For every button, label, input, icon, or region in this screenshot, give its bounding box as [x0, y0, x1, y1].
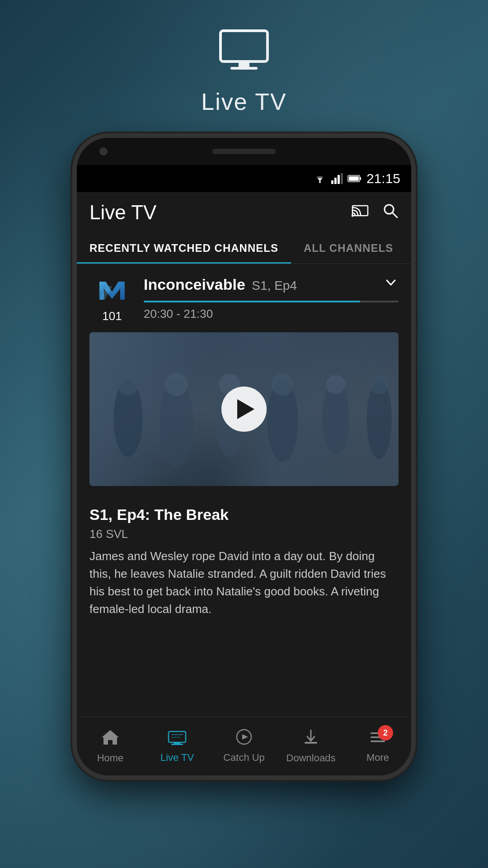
nav-label-catch-up: Catch Up — [223, 752, 265, 764]
app-bar-actions — [352, 203, 399, 223]
phone-speaker — [212, 149, 276, 154]
svg-point-24 — [326, 375, 346, 394]
episode-rating: 16 SVL — [89, 527, 399, 541]
channel-logo-area: 101 — [89, 275, 135, 323]
phone-camera — [99, 147, 108, 156]
svg-line-14 — [392, 212, 397, 217]
wifi-icon — [313, 173, 327, 184]
nav-item-live-tv[interactable]: Live TV — [144, 717, 211, 775]
svg-point-18 — [165, 373, 188, 396]
nav-item-more[interactable]: 2 More — [344, 717, 411, 775]
svg-rect-0 — [221, 31, 267, 61]
svg-point-26 — [370, 375, 389, 394]
app-header: Live TV — [0, 0, 488, 133]
live-tv-icon — [168, 729, 187, 749]
svg-rect-6 — [338, 175, 340, 184]
episode-title: S1, Ep4: The Break — [89, 506, 399, 524]
nav-label-live-tv: Live TV — [160, 752, 194, 764]
signal-icon — [331, 173, 343, 184]
thumbnail-container[interactable] — [89, 332, 399, 486]
thumbnail-image — [89, 332, 399, 486]
svg-rect-1 — [239, 61, 249, 68]
nav-label-downloads: Downloads — [286, 752, 336, 764]
progress-fill — [144, 301, 360, 302]
svg-point-16 — [117, 374, 139, 395]
tab-recently-watched[interactable]: RECENTLY WATCHED CHANNELS — [77, 233, 291, 264]
app-bar-title: Live TV — [89, 201, 156, 224]
expand-button[interactable] — [383, 275, 399, 294]
svg-rect-2 — [230, 67, 258, 70]
show-title: Inconceivable — [144, 276, 245, 293]
status-icons: 21:15 — [313, 171, 400, 186]
svg-rect-33 — [305, 742, 317, 744]
svg-point-12 — [352, 214, 354, 217]
channel-header: 101 Inconceivable S1, Ep4 — [89, 275, 399, 323]
play-icon — [237, 399, 254, 419]
show-time: 20:30 - 21:30 — [144, 307, 399, 321]
phone-top-bar — [77, 138, 411, 165]
svg-rect-5 — [334, 178, 337, 184]
bottom-nav: Home Live TV — [77, 717, 411, 775]
show-episode: S1, Ep4 — [252, 278, 297, 292]
nav-label-home: Home — [97, 752, 124, 764]
episode-description: James and Wesley rope David into a day o… — [89, 547, 399, 618]
more-badge-wrapper: 2 — [369, 729, 387, 749]
app-bar: Live TV — [77, 192, 411, 233]
svg-rect-7 — [341, 173, 343, 184]
nav-item-home[interactable]: Home — [77, 717, 144, 775]
show-title-wrapper: Inconceivable S1, Ep4 — [144, 276, 297, 293]
content-area: 101 Inconceivable S1, Ep4 — [77, 264, 411, 717]
svg-rect-4 — [331, 180, 333, 184]
svg-rect-30 — [171, 734, 183, 735]
screen: 21:15 Live TV — [77, 165, 411, 775]
tabs-container: RECENTLY WATCHED CHANNELS ALL CHANNELS — [77, 233, 411, 264]
nav-item-downloads[interactable]: Downloads — [277, 717, 344, 775]
battery-icon — [347, 175, 362, 183]
svg-rect-31 — [171, 737, 180, 738]
more-badge: 2 — [378, 725, 393, 741]
home-icon — [101, 728, 120, 750]
show-title-row: Inconceivable S1, Ep4 — [144, 275, 399, 294]
nav-label-more: More — [366, 752, 389, 764]
progress-bar — [144, 301, 399, 302]
catch-up-icon — [236, 729, 252, 749]
cast-button[interactable] — [352, 203, 369, 222]
search-button[interactable] — [382, 203, 399, 223]
channel-card: 101 Inconceivable S1, Ep4 — [77, 264, 411, 497]
svg-point-22 — [272, 373, 294, 396]
app-title: Live TV — [201, 88, 286, 115]
status-time: 21:15 — [366, 171, 400, 186]
svg-point-3 — [319, 181, 321, 183]
svg-rect-10 — [349, 176, 359, 181]
m-logo-icon — [96, 277, 128, 304]
phone-frame: 21:15 Live TV — [72, 133, 416, 780]
svg-rect-36 — [371, 741, 385, 742]
channel-number: 101 — [102, 309, 122, 323]
downloads-icon — [303, 728, 319, 750]
episode-info: S1, Ep4: The Break 16 SVL James and Wesl… — [77, 497, 411, 623]
show-info: Inconceivable S1, Ep4 — [144, 275, 399, 321]
play-button[interactable] — [221, 387, 267, 432]
svg-rect-29 — [171, 744, 183, 745]
nav-item-catch-up[interactable]: Catch Up — [211, 717, 277, 775]
app-tv-icon — [217, 27, 271, 79]
status-bar: 21:15 — [77, 165, 411, 192]
channel-logo — [94, 275, 130, 307]
tab-all-channels[interactable]: ALL CHANNELS — [291, 233, 406, 264]
svg-rect-9 — [360, 177, 361, 180]
